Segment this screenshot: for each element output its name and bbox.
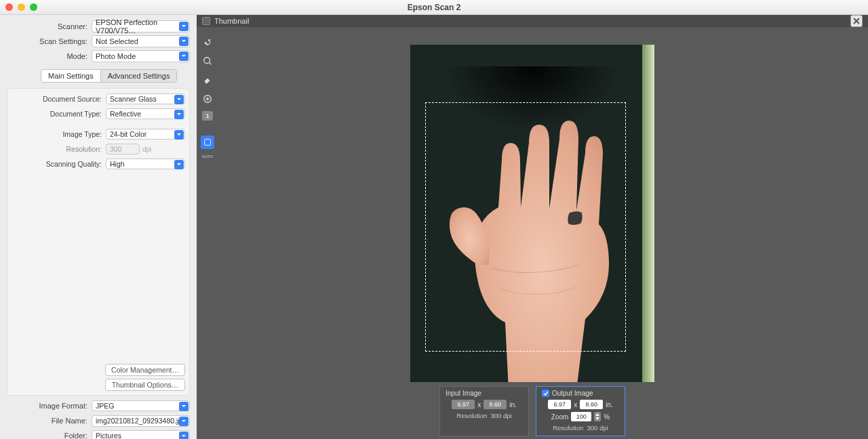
output-image-title: Output Image	[552, 390, 593, 397]
tab-advanced-settings[interactable]: Advanced Settings	[101, 69, 178, 83]
output-height[interactable]: 8.60	[580, 400, 603, 409]
scan-quality-select[interactable]: High	[106, 159, 185, 169]
file-name-value: img20210812_09293480.jpg	[96, 417, 186, 425]
chevron-down-icon	[174, 95, 184, 104]
scanner-value: EPSON Perfection V700/V75…	[96, 18, 186, 35]
output-res-label: Resolution	[553, 424, 583, 432]
input-width: 6.97	[452, 400, 475, 409]
chevron-down-icon	[179, 402, 189, 411]
mode-value: Photo Mode	[96, 52, 136, 60]
resolution-unit: dpi	[142, 146, 151, 153]
thumbnail-bar: Thumbnail	[197, 15, 868, 27]
input-image-box: Input Image 6.97 x 8.60 in. Resolution 3…	[439, 386, 529, 436]
zoom-pct: %	[604, 413, 610, 421]
chevron-down-icon	[174, 110, 184, 119]
zoom-window[interactable]	[30, 3, 37, 11]
output-res-value: 300	[587, 424, 597, 432]
x-separator: x	[477, 401, 481, 409]
chevron-down-icon	[174, 130, 184, 140]
thumbnail-toggle[interactable]: Thumbnail	[202, 17, 249, 25]
scan-settings-select[interactable]: Not Selected	[92, 35, 190, 47]
doc-type-value: Reflective	[110, 110, 141, 118]
image-format-label: Image Format:	[7, 402, 92, 410]
thumbnail-label: Thumbnail	[214, 17, 249, 25]
resolution-label: Resolution:	[7, 145, 106, 153]
chevron-down-icon	[179, 432, 189, 439]
thumbnail-options-button[interactable]: Thumbnail Options…	[105, 379, 185, 391]
zoom-value[interactable]: 100	[571, 412, 591, 421]
glass-edge	[642, 45, 654, 382]
scanner-select[interactable]: EPSON Perfection V700/V75…	[92, 20, 190, 33]
settings-sidebar: Scanner: EPSON Perfection V700/V75… Scan…	[0, 15, 197, 439]
input-dpi: dpi	[503, 412, 512, 419]
input-height: 8.60	[484, 400, 507, 409]
scan-settings-value: Not Selected	[96, 37, 138, 45]
resolution-value: 300	[110, 145, 122, 153]
input-image-title: Input Image	[446, 390, 481, 397]
settings-tabs: Main Settings Advanced Settings	[41, 69, 190, 83]
scan-settings-label: Scan Settings:	[7, 37, 92, 45]
image-info-row: Input Image 6.97 x 8.60 in. Resolution 3…	[197, 382, 868, 439]
resolution-select[interactable]: 300	[106, 144, 140, 154]
selection-marquee[interactable]	[425, 102, 626, 352]
chevron-down-icon	[179, 22, 189, 31]
zoom-label: Zoom	[551, 413, 569, 421]
image-format-value: JPEG	[96, 402, 114, 410]
mode-select[interactable]: Photo Mode	[92, 50, 190, 62]
preview-area: Thumbnail 1 AUTO	[197, 15, 868, 439]
output-enabled-checkbox[interactable]	[542, 390, 549, 397]
doc-type-select[interactable]: Reflective	[106, 108, 185, 119]
close-window[interactable]	[5, 3, 13, 11]
main-settings-panel: Document Source: Scanner Glass Document …	[7, 88, 190, 396]
image-type-select[interactable]: 24-bit Color	[106, 129, 185, 140]
app-title: Epson Scan 2	[408, 3, 461, 12]
doc-type-label: Document Type:	[7, 110, 106, 118]
chevron-down-icon	[179, 37, 189, 46]
minimize-window[interactable]	[18, 3, 25, 11]
input-unit: in.	[509, 401, 517, 409]
output-dpi: dpi	[599, 424, 608, 432]
doc-source-value: Scanner Glass	[110, 95, 157, 103]
zoom-stepper[interactable]	[594, 412, 601, 421]
scan-image	[410, 45, 654, 382]
titlebar: Epson Scan 2	[0, 0, 868, 15]
file-name-field[interactable]: img20210812_09293480.jpg	[92, 415, 190, 427]
image-type-value: 24-bit Color	[110, 130, 146, 138]
output-unit: in.	[606, 401, 613, 409]
chevron-down-icon	[179, 417, 189, 426]
scanner-label: Scanner:	[7, 22, 92, 30]
chevron-down-icon	[174, 160, 184, 169]
x-separator: x	[574, 401, 577, 409]
scan-canvas[interactable]	[197, 27, 868, 382]
input-res-label: Resolution	[456, 412, 487, 419]
folder-select[interactable]: Pictures	[92, 430, 190, 439]
scan-quality-value: High	[110, 160, 125, 168]
image-type-label: Image Type:	[7, 130, 106, 138]
tab-main-settings[interactable]: Main Settings	[41, 69, 101, 83]
file-name-label: File Name:	[7, 417, 92, 425]
image-format-select[interactable]: JPEG	[92, 400, 190, 411]
doc-source-select[interactable]: Scanner Glass	[106, 93, 185, 104]
color-management-button[interactable]: Color Management…	[105, 364, 185, 376]
close-preview-button[interactable]	[850, 15, 863, 27]
mode-label: Mode:	[7, 52, 92, 60]
scan-quality-label: Scanning Quality:	[7, 160, 106, 168]
input-res-value: 300	[490, 412, 501, 419]
folder-value: Pictures	[96, 432, 121, 439]
output-image-box: Output Image 6.97 x 8.60 in. Zoom 100 % …	[536, 386, 625, 436]
output-width[interactable]: 6.97	[548, 400, 571, 409]
folder-label: Folder:	[7, 432, 92, 439]
output-settings: Image Format: JPEG File Name: img2021081…	[7, 400, 190, 439]
doc-source-label: Document Source:	[7, 95, 106, 103]
window-controls	[5, 3, 37, 11]
checkbox-icon	[202, 17, 210, 25]
chevron-down-icon	[179, 51, 189, 61]
